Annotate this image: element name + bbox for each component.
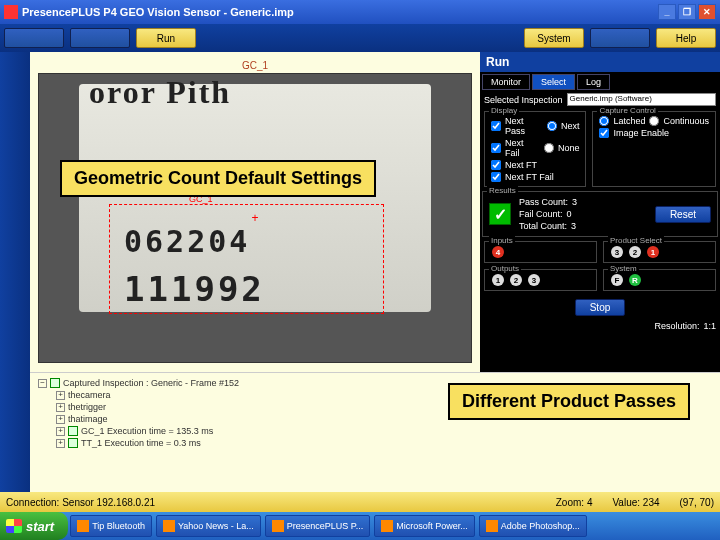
next-radio[interactable] (547, 121, 557, 131)
tab-monitor[interactable]: Monitor (482, 74, 530, 90)
window-titlebar: PresencePLUS P4 GEO Vision Sensor - Gene… (0, 0, 720, 24)
windows-taskbar: start Tip Bluetooth Yahoo News - La... P… (0, 512, 720, 540)
toolbar-btn-2[interactable] (70, 28, 130, 48)
annotation-bottom: Different Product Passes (448, 383, 690, 420)
system-button[interactable]: System (524, 28, 584, 48)
results-group: Results ✓ Pass Count:3 Fail Count:0 Tota… (482, 191, 718, 237)
fail-count: 0 (567, 209, 572, 219)
resolution-value: 1:1 (703, 321, 716, 331)
system-group: System FR (603, 269, 716, 291)
next-ft-fail-check[interactable] (491, 172, 501, 182)
help-button[interactable]: Help (656, 28, 716, 48)
taskbar-item[interactable]: Tip Bluetooth (70, 515, 152, 537)
app-icon (381, 520, 393, 532)
app-icon (77, 520, 89, 532)
none-radio[interactable] (544, 143, 554, 153)
cursor-coords: (97, 70) (680, 497, 714, 508)
app-icon (486, 520, 498, 532)
camera-partial-text: oror Pith (89, 74, 231, 111)
main-area: GC_1 oror Pith GC_1 + 062204 111992 Geom… (0, 52, 720, 492)
crosshair-icon: + (251, 211, 258, 225)
continuous-radio[interactable] (649, 116, 659, 126)
camera-image[interactable]: oror Pith GC_1 + 062204 111992 (38, 73, 472, 363)
main-toolbar: Run System Help (0, 24, 720, 52)
pixel-value: 234 (643, 497, 660, 508)
capture-group: Capture Control LatchedContinuous Image … (592, 111, 716, 187)
expand-icon[interactable]: − (38, 379, 47, 388)
camera-label: GC_1 (38, 60, 472, 71)
image-enable-check[interactable] (599, 128, 609, 138)
reset-button[interactable]: Reset (655, 206, 711, 223)
taskbar-item[interactable]: Yahoo News - La... (156, 515, 261, 537)
windows-flag-icon (6, 519, 22, 533)
taskbar-item[interactable]: PresencePLUS P... (265, 515, 370, 537)
input-4-icon: 4 (492, 246, 504, 258)
toolbar-btn-5[interactable] (590, 28, 650, 48)
right-panel: Run Monitor Select Log Selected Inspecti… (480, 52, 720, 372)
next-pass-check[interactable] (491, 121, 501, 131)
app-icon (272, 520, 284, 532)
maximize-button[interactable]: ❐ (678, 4, 696, 20)
outputs-group: Outputs 123 (484, 269, 597, 291)
pass-icon: ✓ (489, 203, 511, 225)
start-button[interactable]: start (0, 512, 68, 540)
inspection-label: Selected Inspection (484, 95, 563, 105)
app-icon (163, 520, 175, 532)
minimize-button[interactable]: _ (658, 4, 676, 20)
latched-radio[interactable] (599, 116, 609, 126)
results-tree: −Captured Inspection : Generic - Frame #… (30, 372, 720, 492)
display-group: Display Next PassNext Next FailNone Next… (484, 111, 586, 187)
window-title: PresencePLUS P4 GEO Vision Sensor - Gene… (22, 6, 656, 18)
pass-count: 3 (572, 197, 577, 207)
next-fail-check[interactable] (491, 143, 501, 153)
left-toolbar (0, 52, 30, 492)
camera-view: GC_1 oror Pith GC_1 + 062204 111992 Geom… (30, 52, 480, 372)
inspection-combo[interactable]: Generic.imp (Software) (567, 93, 716, 106)
workspace: GC_1 oror Pith GC_1 + 062204 111992 Geom… (30, 52, 720, 492)
tree-check-icon[interactable] (50, 378, 60, 388)
app-icon (4, 5, 18, 19)
annotation-top: Geometric Count Default Settings (60, 160, 376, 197)
tab-select[interactable]: Select (532, 74, 575, 90)
taskbar-item[interactable]: Adobe Photoshop... (479, 515, 587, 537)
total-count: 3 (571, 221, 576, 231)
right-panel-header: Run (480, 52, 720, 72)
camera-number-1: 062204 (124, 224, 250, 259)
product-select-group: Product Select 321 (603, 241, 716, 263)
toolbar-btn-1[interactable] (4, 28, 64, 48)
stop-button[interactable]: Stop (575, 299, 626, 316)
close-button[interactable]: ✕ (698, 4, 716, 20)
zoom-value: 4 (587, 497, 593, 508)
status-bar: Connection: Sensor 192.168.0.21 Zoom: 4 … (0, 492, 720, 512)
connection-status: Connection: Sensor 192.168.0.21 (6, 497, 155, 508)
camera-number-2: 111992 (124, 269, 265, 309)
run-button[interactable]: Run (136, 28, 196, 48)
taskbar-item[interactable]: Microsoft Power... (374, 515, 475, 537)
next-ft-check[interactable] (491, 160, 501, 170)
tab-log[interactable]: Log (577, 74, 610, 90)
right-tabs: Monitor Select Log (480, 72, 720, 92)
inputs-group: Inputs 4 (484, 241, 597, 263)
